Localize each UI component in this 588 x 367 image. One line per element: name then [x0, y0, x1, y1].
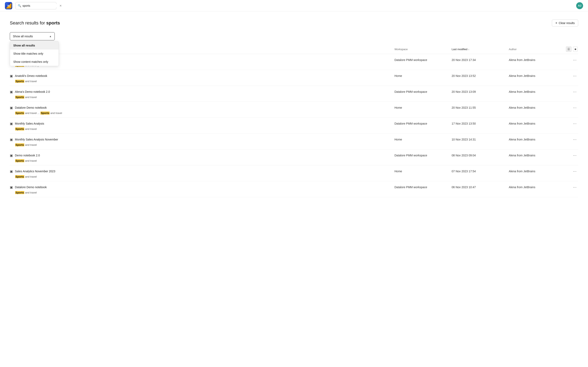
result-snippet: Sports and travel — [10, 80, 578, 83]
more-options-button[interactable]: ⋯ — [571, 168, 578, 174]
table-row: ▣ Datalore Demo notebook Home 20 Nov 202… — [10, 102, 578, 118]
result-name[interactable]: ▣ Demo notebook 2.0 — [10, 154, 394, 157]
more-options-button[interactable]: ⋯ — [571, 73, 578, 79]
result-workspace: Home — [394, 106, 452, 109]
filter-dropdown-menu: Show all results Show title matches only… — [10, 41, 59, 66]
result-author: Alena from JetBrains — [509, 122, 566, 125]
notebook-icon: ▣ — [10, 138, 13, 142]
result-actions: ⋯ — [566, 152, 578, 158]
app-logo[interactable]: DL — [5, 2, 12, 9]
table-row: ▣ Monthly Sales Analysis November Home 1… — [10, 133, 578, 150]
result-name[interactable]: ▣ Monthly Sales Analysis November — [10, 138, 394, 142]
result-actions: ⋯ — [566, 105, 578, 111]
more-options-button[interactable]: ⋯ — [571, 184, 578, 190]
main-content: Search results for sports ✕ Clear result… — [0, 11, 588, 205]
filter-option-all[interactable]: Show all results — [10, 42, 59, 50]
more-options-button[interactable]: ⋯ — [571, 152, 578, 158]
result-name[interactable]: ▣ Monthly Sales Analysis — [10, 122, 394, 125]
result-name[interactable]: ▣ Anatolii's Dmeo notebook — [10, 74, 394, 78]
column-header-author: Author — [509, 47, 566, 52]
close-icon: ✕ — [555, 22, 557, 25]
app-header: DL 🔍 sports ✕ AJ — [0, 0, 588, 11]
table-row: ▣ Anatolii's Dmeo notebook Home 20 Nov 2… — [10, 70, 578, 86]
more-options-button[interactable]: ⋯ — [571, 120, 578, 127]
result-snippet: Sports and travel"] — [10, 64, 578, 67]
result-snippet: Sports and travel — [10, 175, 578, 178]
filter-dropdown-trigger[interactable]: Show all results ▲ — [10, 32, 55, 40]
result-author: Alena from JetBrains — [509, 138, 566, 141]
sort-desc-icon: ↓ — [468, 48, 469, 50]
result-name[interactable]: ▣ Datalore Demo notebook — [10, 185, 394, 189]
more-options-button[interactable]: ⋯ — [571, 89, 578, 95]
table-header: Name Workspace Last modified ↓ Author ☰ … — [10, 44, 578, 54]
result-name[interactable]: ▣ Sales Analytics November 2023 — [10, 169, 394, 173]
search-highlight: Sports — [15, 175, 24, 178]
notebook-icon: ▣ — [10, 106, 13, 110]
result-snippet: Sports and travel — [10, 143, 578, 146]
result-actions: ⋯ — [566, 136, 578, 142]
result-author: Alena from JetBrains — [509, 58, 566, 62]
clear-results-button[interactable]: ✕ Clear results — [552, 20, 578, 26]
chevron-up-icon: ▲ — [49, 35, 52, 38]
table-row: ▣ Monthly Sales Analysis Datalore PMM wo… — [10, 118, 578, 133]
filter-option-title[interactable]: Show title matches only — [10, 50, 59, 58]
filter-dropdown-container: Show all results ▲ Show all results Show… — [10, 32, 578, 40]
result-date: 08 Nov 2023 09:04 — [452, 154, 509, 157]
grid-view-button[interactable]: ■ — [573, 47, 578, 52]
notebook-icon: ▣ — [10, 169, 13, 173]
result-snippet: Sports and travel — [10, 96, 578, 99]
result-actions: ⋯ — [566, 168, 578, 174]
result-actions: ⋯ — [566, 73, 578, 79]
result-date: 06 Nov 2023 10:47 — [452, 185, 509, 189]
notebook-icon: ▣ — [10, 185, 13, 189]
search-highlight: Sports — [15, 191, 24, 194]
logo-icon: DL — [6, 3, 11, 8]
column-header-actions: ☰ ■ — [566, 47, 578, 52]
result-author: Alena from JetBrains — [509, 185, 566, 189]
table-row: ▣ Datalore Demo notebook Datalore PMM wo… — [10, 181, 578, 197]
result-workspace: Datalore PMM workspace — [394, 154, 452, 157]
column-header-modified[interactable]: Last modified ↓ — [452, 47, 509, 52]
result-actions: ⋯ — [566, 57, 578, 63]
result-workspace: Home — [394, 138, 452, 141]
table-row: ▣ ... Datalore PMM workspace 20 Nov 2023… — [10, 54, 578, 70]
list-view-button[interactable]: ☰ — [566, 47, 571, 52]
result-actions: ⋯ — [566, 184, 578, 190]
result-date: 20 Nov 2023 17:34 — [452, 58, 509, 62]
result-snippet: Sports and travel — [10, 159, 578, 162]
more-options-button[interactable]: ⋯ — [571, 57, 578, 63]
result-name[interactable]: ▣ Datalore Demo notebook — [10, 106, 394, 110]
result-date: 10 Nov 2023 14:31 — [452, 138, 509, 141]
avatar[interactable]: AJ — [576, 2, 583, 9]
search-highlight: Sports — [15, 159, 24, 162]
result-date: 20 Nov 2023 13:52 — [452, 74, 509, 77]
search-bar: 🔍 sports ✕ — [16, 2, 56, 9]
clear-search-icon[interactable]: ✕ — [60, 4, 62, 7]
more-options-button[interactable]: ⋯ — [571, 105, 578, 111]
result-actions: ⋯ — [566, 89, 578, 95]
search-highlight: Sports — [15, 111, 24, 115]
result-snippet: Sports and travel — [10, 127, 578, 131]
column-header-name: Name — [10, 47, 394, 52]
result-author: Alena from JetBrains — [509, 74, 566, 77]
view-toggle-group: ☰ ■ — [566, 47, 578, 52]
page-header: Search results for sports ✕ Clear result… — [10, 20, 578, 26]
result-snippet: Sports and travel ... Sports and travel — [10, 111, 578, 115]
result-name[interactable]: ▣ ... — [10, 58, 394, 62]
result-workspace: Datalore PMM workspace — [394, 90, 452, 93]
result-actions: ⋯ — [566, 120, 578, 127]
result-workspace: Datalore PMM workspace — [394, 58, 452, 62]
notebook-icon: ▣ — [10, 74, 13, 78]
result-author: Alena from JetBrains — [509, 90, 566, 93]
filter-option-content[interactable]: Show content matches only — [10, 58, 59, 66]
more-options-button[interactable]: ⋯ — [571, 136, 578, 142]
search-highlight: Sports — [15, 143, 24, 146]
column-header-workspace: Workspace — [394, 47, 452, 52]
result-workspace: Datalore PMM workspace — [394, 122, 452, 125]
search-highlight: Sports — [40, 111, 50, 115]
search-highlight: Sports — [15, 96, 24, 99]
table-row: ▣ Demo notebook 2.0 Datalore PMM workspa… — [10, 150, 578, 165]
result-name[interactable]: ▣ Alena's Demo notebook 2.0 — [10, 90, 394, 94]
search-input[interactable]: sports — [22, 4, 58, 7]
result-snippet: Sports and travel — [10, 191, 578, 194]
